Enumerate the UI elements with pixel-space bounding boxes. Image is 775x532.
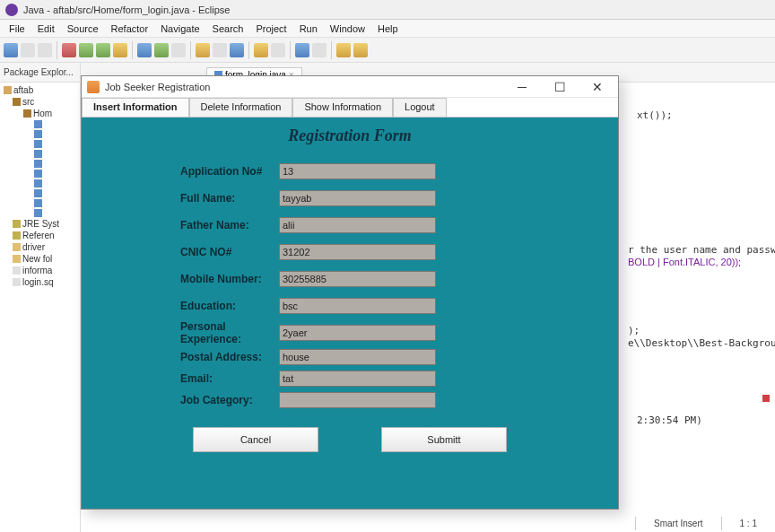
label-app-no: Application No# [82,165,279,178]
input-category[interactable] [279,392,436,408]
tree-item-label: src [22,97,34,107]
tree-item[interactable] [2,198,78,208]
toggle-mark-icon[interactable] [230,43,244,57]
input-email[interactable] [279,371,436,387]
run-icon[interactable] [79,43,93,57]
search-icon[interactable] [196,43,210,57]
label-address: Postal Address: [82,351,279,363]
label-mobile: Mobile Number: [82,273,279,285]
label-category: Job Category: [82,394,279,406]
tab-delete[interactable]: Delete Information [189,98,293,117]
tree-item[interactable] [2,188,78,198]
new-icon[interactable] [4,43,18,57]
code-snippet: BOLD | Font.ITALIC, 20)); [628,257,741,267]
panel-tab-label: Package Explor... [4,67,74,77]
coverage-icon[interactable] [113,43,127,57]
highlight-icon[interactable] [254,43,268,57]
error-marker-icon[interactable] [762,395,770,402]
tree-item[interactable] [2,179,78,188]
tree-item[interactable] [2,149,78,159]
input-app-no[interactable] [279,163,436,179]
input-cnic[interactable] [279,244,436,260]
tree-item[interactable] [2,129,78,139]
tree-item[interactable] [2,159,78,169]
input-mobile[interactable] [279,271,436,287]
dialog-tabs: Insert Information Delete Information Sh… [82,98,618,118]
input-education[interactable] [279,298,436,314]
package-explorer: Package Explor... aftabsrcHomJRE SystRef… [0,63,81,532]
annotation-icon[interactable] [213,43,227,57]
tree-item-icon [13,278,21,286]
forward-icon[interactable] [353,43,368,57]
tree-item-label: JRE Syst [22,219,59,229]
tree-item[interactable]: New fol [2,253,78,265]
tree-item[interactable]: Referen [2,230,78,241]
menu-edit[interactable]: Edit [32,22,60,36]
tree-item-icon [34,140,42,148]
run-last-icon[interactable] [96,43,110,57]
menu-window[interactable]: Window [325,22,370,36]
menu-project[interactable]: Project [250,22,292,36]
tree-item-icon [13,231,21,240]
tree-item[interactable]: JRE Syst [2,218,78,230]
minimize-button[interactable]: ─ [507,78,537,96]
menu-help[interactable]: Help [372,22,404,36]
tree-item[interactable]: src [2,96,78,108]
code-snippet: ); [628,325,640,336]
input-full-name[interactable] [279,190,436,206]
panel-tab[interactable]: Package Explor... [0,63,80,83]
label-cnic: CNIC NO# [82,246,279,258]
maximize-button[interactable]: ☐ [544,78,575,96]
tree-item[interactable] [2,169,78,179]
menu-bar: File Edit Source Refactor Navigate Searc… [0,20,775,38]
open-type-icon[interactable] [171,43,186,57]
menu-file[interactable]: File [4,22,30,36]
menu-run[interactable]: Run [294,22,323,36]
toolbar [0,38,775,63]
show-whitespace-icon[interactable] [295,43,309,57]
tree-item[interactable]: login.sq [2,276,78,288]
tree-item-icon [13,243,21,251]
input-father-name[interactable] [279,217,436,233]
pin-icon[interactable] [312,43,327,57]
submit-button[interactable]: Submitt [381,427,507,452]
close-button[interactable]: ✕ [582,78,613,96]
tab-logout[interactable]: Logout [393,98,447,117]
toggle-block-icon[interactable] [271,43,285,57]
tree-item[interactable]: informa [2,265,78,276]
tree-item-icon [13,266,21,275]
tree-item-label: login.sq [22,277,53,287]
tab-show[interactable]: Show Information [292,98,393,117]
tree-item-label: New fol [22,254,52,264]
back-icon[interactable] [336,43,351,57]
menu-navigate[interactable]: Navigate [155,22,205,36]
dialog-titlebar[interactable]: Job Seeker Registration ─ ☐ ✕ [82,76,618,98]
save-icon[interactable] [21,43,35,57]
tree-item[interactable]: driver [2,241,78,253]
menu-source[interactable]: Source [62,22,104,36]
registration-dialog: Job Seeker Registration ─ ☐ ✕ Insert Inf… [81,75,619,510]
tree-item-label: informa [22,266,52,275]
status-bar: Smart Insert 1 : 1 [635,514,775,532]
tree-item[interactable]: aftab [2,84,78,96]
tree-item[interactable] [2,139,78,149]
input-address[interactable] [279,349,436,365]
java-app-icon [87,81,100,93]
code-snippet: 2:30:54 PM) [637,414,702,426]
tree-item-label: aftab [13,85,33,95]
new-class-icon[interactable] [137,43,152,57]
tree-item[interactable] [2,208,78,218]
tab-insert[interactable]: Insert Information [82,98,189,117]
new-package-icon[interactable] [154,43,169,57]
tree-item-icon [34,170,42,178]
menu-refactor[interactable]: Refactor [106,22,154,36]
debug-icon[interactable] [62,43,76,57]
menu-search[interactable]: Search [207,22,249,36]
cancel-button[interactable]: Cancel [193,427,318,452]
tree-item[interactable]: Hom [2,108,78,119]
input-experience[interactable] [279,325,436,341]
label-education: Education: [82,300,279,312]
tree-item-label: Hom [33,109,52,118]
save-all-icon[interactable] [38,43,52,57]
tree-item[interactable] [2,119,78,129]
